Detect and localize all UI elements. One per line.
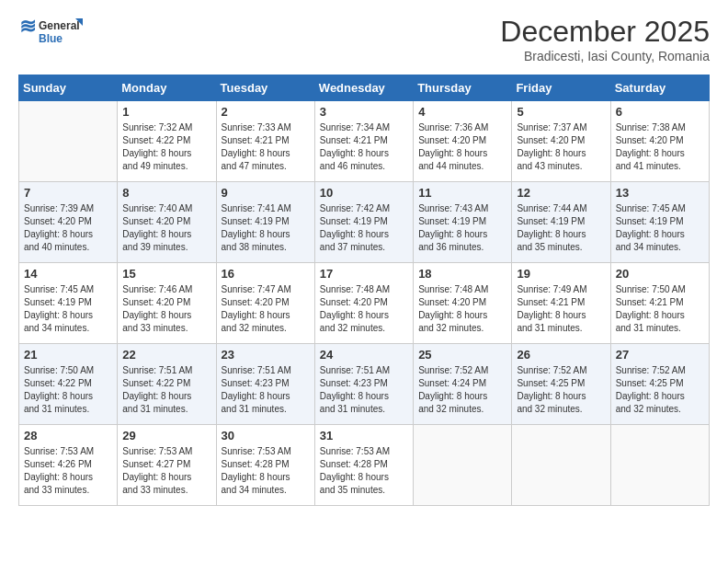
day-info: Sunrise: 7:50 AM Sunset: 4:22 PM Dayligh… [24,364,112,416]
day-number: 19 [517,267,605,281]
calendar-cell: 4Sunrise: 7:36 AM Sunset: 4:20 PM Daylig… [414,101,512,182]
day-number: 8 [122,186,210,200]
day-of-week-header: Sunday [19,75,118,101]
calendar-cell [19,101,118,182]
svg-text:General: General [39,19,80,32]
calendar-cell: 13Sunrise: 7:45 AM Sunset: 4:19 PM Dayli… [610,182,709,263]
day-info: Sunrise: 7:32 AM Sunset: 4:22 PM Dayligh… [122,121,210,173]
day-info: Sunrise: 7:33 AM Sunset: 4:21 PM Dayligh… [222,121,310,173]
page-header: General Blue ≋ December 2025 Bradicesti,… [18,15,710,63]
calendar-week-row: 7Sunrise: 7:39 AM Sunset: 4:20 PM Daylig… [19,182,710,263]
day-number: 2 [222,105,310,119]
day-of-week-header: Friday [512,75,610,101]
calendar-cell: 16Sunrise: 7:47 AM Sunset: 4:20 PM Dayli… [216,263,314,344]
svg-text:Blue: Blue [39,32,63,45]
calendar-cell: 23Sunrise: 7:51 AM Sunset: 4:23 PM Dayli… [216,344,314,425]
day-number: 21 [24,348,112,362]
day-info: Sunrise: 7:39 AM Sunset: 4:20 PM Dayligh… [24,202,112,254]
calendar-cell: 29Sunrise: 7:53 AM Sunset: 4:27 PM Dayli… [118,425,216,506]
calendar-cell: 7Sunrise: 7:39 AM Sunset: 4:20 PM Daylig… [19,182,118,263]
calendar-cell: 18Sunrise: 7:48 AM Sunset: 4:20 PM Dayli… [414,263,512,344]
calendar-cell [610,425,709,506]
day-info: Sunrise: 7:53 AM Sunset: 4:28 PM Dayligh… [320,445,408,497]
day-number: 28 [24,429,112,442]
day-of-week-header: Saturday [610,75,709,101]
calendar-cell: 11Sunrise: 7:43 AM Sunset: 4:19 PM Dayli… [414,182,512,263]
calendar-cell: 17Sunrise: 7:48 AM Sunset: 4:20 PM Dayli… [314,263,413,344]
day-info: Sunrise: 7:41 AM Sunset: 4:19 PM Dayligh… [222,202,310,254]
day-number: 3 [320,105,408,119]
day-info: Sunrise: 7:44 AM Sunset: 4:19 PM Dayligh… [517,202,605,254]
calendar-week-row: 21Sunrise: 7:50 AM Sunset: 4:22 PM Dayli… [19,344,710,425]
day-number: 27 [616,348,704,362]
calendar-cell: 30Sunrise: 7:53 AM Sunset: 4:28 PM Dayli… [216,425,314,506]
title-block: December 2025 Bradicesti, Iasi County, R… [500,15,710,63]
day-info: Sunrise: 7:34 AM Sunset: 4:21 PM Dayligh… [320,121,408,173]
day-info: Sunrise: 7:43 AM Sunset: 4:19 PM Dayligh… [418,202,506,254]
calendar-cell: 26Sunrise: 7:52 AM Sunset: 4:25 PM Dayli… [512,344,610,425]
day-number: 26 [517,348,605,362]
day-number: 5 [517,105,605,119]
day-of-week-header: Tuesday [216,75,314,101]
day-number: 18 [418,267,506,281]
day-info: Sunrise: 7:40 AM Sunset: 4:20 PM Dayligh… [122,202,210,254]
calendar-cell: 8Sunrise: 7:40 AM Sunset: 4:20 PM Daylig… [118,182,216,263]
calendar-cell: 2Sunrise: 7:33 AM Sunset: 4:21 PM Daylig… [216,101,314,182]
day-info: Sunrise: 7:52 AM Sunset: 4:25 PM Dayligh… [517,364,605,416]
calendar-cell [512,425,610,506]
day-number: 31 [320,429,408,442]
svg-text:≋: ≋ [19,15,36,38]
calendar-cell: 25Sunrise: 7:52 AM Sunset: 4:24 PM Dayli… [414,344,512,425]
day-info: Sunrise: 7:51 AM Sunset: 4:23 PM Dayligh… [320,364,408,416]
calendar-week-row: 28Sunrise: 7:53 AM Sunset: 4:26 PM Dayli… [19,425,710,506]
calendar-cell: 31Sunrise: 7:53 AM Sunset: 4:28 PM Dayli… [314,425,413,506]
day-number: 7 [24,186,112,200]
logo: General Blue ≋ [18,15,83,52]
day-number: 4 [418,105,506,119]
day-of-week-header: Wednesday [314,75,413,101]
calendar-cell: 5Sunrise: 7:37 AM Sunset: 4:20 PM Daylig… [512,101,610,182]
calendar-cell: 9Sunrise: 7:41 AM Sunset: 4:19 PM Daylig… [216,182,314,263]
month-title: December 2025 [500,15,710,49]
calendar-cell: 15Sunrise: 7:46 AM Sunset: 4:20 PM Dayli… [118,263,216,344]
day-info: Sunrise: 7:53 AM Sunset: 4:26 PM Dayligh… [24,445,112,497]
calendar-week-row: 14Sunrise: 7:45 AM Sunset: 4:19 PM Dayli… [19,263,710,344]
calendar-cell: 22Sunrise: 7:51 AM Sunset: 4:22 PM Dayli… [118,344,216,425]
day-info: Sunrise: 7:51 AM Sunset: 4:23 PM Dayligh… [222,364,310,416]
day-number: 22 [122,348,210,362]
day-info: Sunrise: 7:45 AM Sunset: 4:19 PM Dayligh… [24,283,112,335]
day-number: 10 [320,186,408,200]
day-info: Sunrise: 7:50 AM Sunset: 4:21 PM Dayligh… [616,283,704,335]
calendar-cell: 21Sunrise: 7:50 AM Sunset: 4:22 PM Dayli… [19,344,118,425]
day-info: Sunrise: 7:47 AM Sunset: 4:20 PM Dayligh… [222,283,310,335]
calendar-cell: 20Sunrise: 7:50 AM Sunset: 4:21 PM Dayli… [610,263,709,344]
calendar-cell: 6Sunrise: 7:38 AM Sunset: 4:20 PM Daylig… [610,101,709,182]
day-number: 14 [24,267,112,281]
day-number: 16 [222,267,310,281]
day-number: 12 [517,186,605,200]
day-number: 23 [222,348,310,362]
day-info: Sunrise: 7:38 AM Sunset: 4:20 PM Dayligh… [616,121,704,173]
calendar-cell: 24Sunrise: 7:51 AM Sunset: 4:23 PM Dayli… [314,344,413,425]
day-number: 1 [122,105,210,119]
calendar-header-row: SundayMondayTuesdayWednesdayThursdayFrid… [19,75,710,101]
day-number: 24 [320,348,408,362]
day-of-week-header: Thursday [414,75,512,101]
day-info: Sunrise: 7:45 AM Sunset: 4:19 PM Dayligh… [616,202,704,254]
day-info: Sunrise: 7:36 AM Sunset: 4:20 PM Dayligh… [418,121,506,173]
day-info: Sunrise: 7:46 AM Sunset: 4:20 PM Dayligh… [122,283,210,335]
calendar-cell: 27Sunrise: 7:52 AM Sunset: 4:25 PM Dayli… [610,344,709,425]
day-number: 30 [222,429,310,442]
calendar-cell: 14Sunrise: 7:45 AM Sunset: 4:19 PM Dayli… [19,263,118,344]
calendar-table: SundayMondayTuesdayWednesdayThursdayFrid… [18,75,710,506]
generalblue-logo: General Blue ≋ [18,15,83,52]
day-info: Sunrise: 7:52 AM Sunset: 4:25 PM Dayligh… [616,364,704,416]
location-subtitle: Bradicesti, Iasi County, Romania [500,49,710,63]
day-of-week-header: Monday [118,75,216,101]
day-info: Sunrise: 7:52 AM Sunset: 4:24 PM Dayligh… [418,364,506,416]
day-number: 29 [122,429,210,442]
calendar-cell: 19Sunrise: 7:49 AM Sunset: 4:21 PM Dayli… [512,263,610,344]
day-number: 15 [122,267,210,281]
calendar-cell [414,425,512,506]
day-number: 9 [222,186,310,200]
